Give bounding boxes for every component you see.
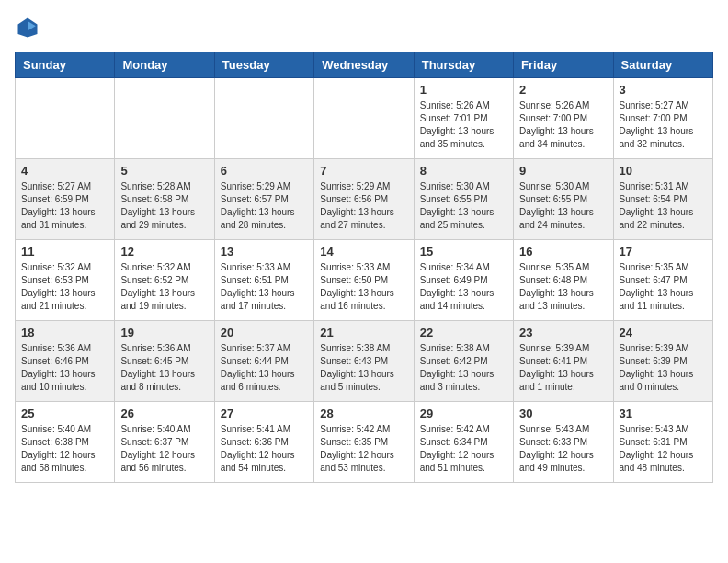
day-number: 25 (21, 407, 108, 420)
calendar-week-row: 11Sunrise: 5:32 AM Sunset: 6:53 PM Dayli… (16, 240, 713, 321)
calendar-cell: 6Sunrise: 5:29 AM Sunset: 6:57 PM Daylig… (214, 159, 313, 240)
calendar-cell: 21Sunrise: 5:38 AM Sunset: 6:43 PM Dayli… (314, 321, 414, 402)
day-number: 9 (519, 164, 607, 178)
day-number: 17 (620, 245, 707, 259)
day-number: 18 (21, 326, 108, 339)
day-number: 5 (120, 164, 208, 178)
day-info: Sunrise: 5:38 AM Sunset: 6:43 PM Dayligh… (320, 342, 407, 394)
day-info: Sunrise: 5:32 AM Sunset: 6:52 PM Dayligh… (120, 261, 208, 313)
day-info: Sunrise: 5:31 AM Sunset: 6:54 PM Dayligh… (620, 180, 707, 232)
calendar-cell: 2Sunrise: 5:26 AM Sunset: 7:00 PM Daylig… (514, 78, 613, 159)
calendar-cell: 19Sunrise: 5:36 AM Sunset: 6:45 PM Dayli… (115, 321, 214, 402)
calendar-week-row: 18Sunrise: 5:36 AM Sunset: 6:46 PM Dayli… (16, 321, 713, 402)
calendar-header-row: SundayMondayTuesdayWednesdayThursdayFrid… (16, 52, 713, 78)
day-info: Sunrise: 5:41 AM Sunset: 6:36 PM Dayligh… (221, 423, 308, 475)
calendar-cell: 4Sunrise: 5:27 AM Sunset: 6:59 PM Daylig… (16, 159, 115, 240)
day-number: 16 (519, 245, 607, 259)
calendar-cell: 12Sunrise: 5:32 AM Sunset: 6:52 PM Dayli… (115, 240, 214, 321)
calendar-cell (16, 78, 115, 159)
day-number: 2 (519, 83, 607, 97)
day-info: Sunrise: 5:42 AM Sunset: 6:35 PM Dayligh… (320, 423, 407, 475)
day-number: 1 (420, 83, 507, 97)
day-number: 26 (120, 407, 208, 420)
day-number: 19 (120, 326, 208, 339)
calendar-cell: 31Sunrise: 5:43 AM Sunset: 6:31 PM Dayli… (613, 402, 712, 483)
day-info: Sunrise: 5:29 AM Sunset: 6:56 PM Dayligh… (320, 180, 407, 232)
day-number: 27 (221, 407, 308, 420)
calendar-cell: 11Sunrise: 5:32 AM Sunset: 6:53 PM Dayli… (16, 240, 115, 321)
calendar-cell: 15Sunrise: 5:34 AM Sunset: 6:49 PM Dayli… (414, 240, 513, 321)
calendar-cell: 27Sunrise: 5:41 AM Sunset: 6:36 PM Dayli… (214, 402, 313, 483)
day-info: Sunrise: 5:27 AM Sunset: 6:59 PM Dayligh… (21, 180, 108, 232)
day-number: 4 (21, 164, 108, 178)
day-info: Sunrise: 5:35 AM Sunset: 6:48 PM Dayligh… (519, 261, 607, 313)
calendar-week-row: 25Sunrise: 5:40 AM Sunset: 6:38 PM Dayli… (16, 402, 713, 483)
day-header: Wednesday (314, 52, 414, 78)
calendar-cell: 25Sunrise: 5:40 AM Sunset: 6:38 PM Dayli… (16, 402, 115, 483)
day-number: 13 (221, 245, 308, 259)
calendar-cell (314, 78, 414, 159)
day-number: 22 (420, 326, 507, 339)
calendar-cell: 7Sunrise: 5:29 AM Sunset: 6:56 PM Daylig… (314, 159, 414, 240)
calendar-week-row: 4Sunrise: 5:27 AM Sunset: 6:59 PM Daylig… (16, 159, 713, 240)
logo-icon (15, 15, 40, 40)
day-header: Saturday (613, 52, 712, 78)
calendar-cell: 17Sunrise: 5:35 AM Sunset: 6:47 PM Dayli… (613, 240, 712, 321)
page-header (15, 15, 713, 40)
calendar-cell (115, 78, 214, 159)
calendar-cell: 16Sunrise: 5:35 AM Sunset: 6:48 PM Dayli… (514, 240, 613, 321)
day-number: 8 (420, 164, 507, 178)
day-info: Sunrise: 5:40 AM Sunset: 6:38 PM Dayligh… (21, 423, 108, 475)
day-number: 14 (320, 245, 407, 259)
day-header: Thursday (414, 52, 513, 78)
day-info: Sunrise: 5:40 AM Sunset: 6:37 PM Dayligh… (120, 423, 208, 475)
calendar-week-row: 1Sunrise: 5:26 AM Sunset: 7:01 PM Daylig… (16, 78, 713, 159)
day-number: 10 (620, 164, 707, 178)
day-number: 12 (120, 245, 208, 259)
calendar-table: SundayMondayTuesdayWednesdayThursdayFrid… (15, 52, 713, 483)
calendar-cell: 29Sunrise: 5:42 AM Sunset: 6:34 PM Dayli… (414, 402, 513, 483)
day-info: Sunrise: 5:27 AM Sunset: 7:00 PM Dayligh… (620, 99, 707, 151)
day-info: Sunrise: 5:30 AM Sunset: 6:55 PM Dayligh… (420, 180, 507, 232)
calendar-cell: 30Sunrise: 5:43 AM Sunset: 6:33 PM Dayli… (514, 402, 613, 483)
day-info: Sunrise: 5:43 AM Sunset: 6:31 PM Dayligh… (620, 423, 707, 475)
day-number: 7 (320, 164, 407, 178)
day-number: 6 (221, 164, 308, 178)
day-info: Sunrise: 5:33 AM Sunset: 6:50 PM Dayligh… (320, 261, 407, 313)
calendar-cell: 24Sunrise: 5:39 AM Sunset: 6:39 PM Dayli… (613, 321, 712, 402)
day-header: Friday (514, 52, 613, 78)
day-number: 30 (519, 407, 607, 420)
day-info: Sunrise: 5:38 AM Sunset: 6:42 PM Dayligh… (420, 342, 507, 394)
calendar-cell: 14Sunrise: 5:33 AM Sunset: 6:50 PM Dayli… (314, 240, 414, 321)
day-header: Sunday (16, 52, 115, 78)
day-info: Sunrise: 5:33 AM Sunset: 6:51 PM Dayligh… (221, 261, 308, 313)
calendar-cell: 23Sunrise: 5:39 AM Sunset: 6:41 PM Dayli… (514, 321, 613, 402)
day-info: Sunrise: 5:43 AM Sunset: 6:33 PM Dayligh… (519, 423, 607, 475)
day-number: 24 (620, 326, 707, 339)
day-info: Sunrise: 5:26 AM Sunset: 7:01 PM Dayligh… (420, 99, 507, 151)
day-info: Sunrise: 5:36 AM Sunset: 6:45 PM Dayligh… (120, 342, 208, 394)
calendar-cell: 18Sunrise: 5:36 AM Sunset: 6:46 PM Dayli… (16, 321, 115, 402)
day-info: Sunrise: 5:26 AM Sunset: 7:00 PM Dayligh… (519, 99, 607, 151)
day-number: 23 (519, 326, 607, 339)
calendar-cell: 5Sunrise: 5:28 AM Sunset: 6:58 PM Daylig… (115, 159, 214, 240)
day-info: Sunrise: 5:29 AM Sunset: 6:57 PM Dayligh… (221, 180, 308, 232)
day-number: 29 (420, 407, 507, 420)
calendar-cell: 22Sunrise: 5:38 AM Sunset: 6:42 PM Dayli… (414, 321, 513, 402)
day-number: 31 (620, 407, 707, 420)
day-number: 15 (420, 245, 507, 259)
calendar-cell: 3Sunrise: 5:27 AM Sunset: 7:00 PM Daylig… (613, 78, 712, 159)
day-info: Sunrise: 5:36 AM Sunset: 6:46 PM Dayligh… (21, 342, 108, 394)
day-info: Sunrise: 5:28 AM Sunset: 6:58 PM Dayligh… (120, 180, 208, 232)
calendar-cell: 28Sunrise: 5:42 AM Sunset: 6:35 PM Dayli… (314, 402, 414, 483)
day-header: Tuesday (214, 52, 313, 78)
calendar-cell: 10Sunrise: 5:31 AM Sunset: 6:54 PM Dayli… (613, 159, 712, 240)
calendar-cell: 1Sunrise: 5:26 AM Sunset: 7:01 PM Daylig… (414, 78, 513, 159)
day-number: 20 (221, 326, 308, 339)
day-number: 11 (21, 245, 108, 259)
calendar-cell: 8Sunrise: 5:30 AM Sunset: 6:55 PM Daylig… (414, 159, 513, 240)
calendar-cell: 26Sunrise: 5:40 AM Sunset: 6:37 PM Dayli… (115, 402, 214, 483)
day-number: 3 (620, 83, 707, 97)
calendar-cell: 20Sunrise: 5:37 AM Sunset: 6:44 PM Dayli… (214, 321, 313, 402)
day-info: Sunrise: 5:35 AM Sunset: 6:47 PM Dayligh… (620, 261, 707, 313)
